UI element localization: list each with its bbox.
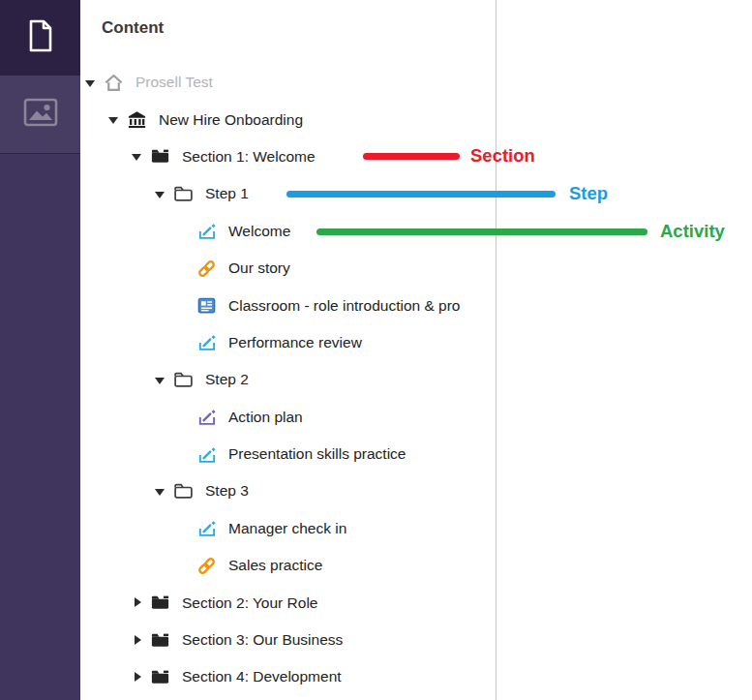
edit-blue-icon [196,332,217,353]
link-icon [196,555,217,576]
item-label: Step 3 [205,482,249,500]
expander-icon[interactable] [132,635,142,646]
item-label: Step 2 [205,371,249,388]
item-label: Our story [228,259,290,277]
home-icon [103,72,124,93]
item-label: Section 1: Welcome [182,148,316,166]
edit-blue-icon [196,221,217,242]
classroom-icon [196,295,217,317]
tool-sidebar [0,0,80,700]
item-label: Performance review [228,334,362,351]
item-label: Action plan [228,409,303,426]
item-label: Section 2: Your Role [182,594,317,612]
folder-outline-icon [172,369,194,390]
page-title: Content [102,18,164,38]
item-label: Classroom - role introduction & pro [228,297,461,315]
expander-icon[interactable] [155,189,165,199]
document-icon [26,18,55,57]
expander-icon[interactable] [85,77,96,88]
item-label: Sales practice [228,557,322,574]
item-label: Step 1 [205,185,249,202]
item-label: Section 3: Our Business [182,631,343,649]
folder-filled-icon [149,593,170,614]
annotation-activity-label: Activity [660,221,725,242]
sidebar-button-content[interactable] [0,0,80,76]
expander-icon[interactable] [132,151,142,162]
item-label: Prosell Test [135,74,213,91]
sidebar-button-media[interactable] [0,76,80,154]
edit-purple-icon [196,407,217,428]
item-label: Presentation skills practice [228,445,406,463]
item-label: New Hire Onboarding [159,111,303,129]
edit-blue-icon [196,443,217,465]
link-icon [196,258,217,279]
expander-icon[interactable] [155,375,165,385]
item-label: Section 4: Development [182,668,342,685]
pane-divider[interactable] [496,0,496,700]
bank-icon [126,109,147,131]
folder-filled-icon [149,629,170,651]
item-label: Welcome [228,223,290,240]
image-icon [23,98,58,131]
folder-outline-icon [172,183,194,204]
edit-blue-icon [196,518,217,539]
item-label: Manager check in [228,520,346,537]
expander-icon[interactable] [132,597,142,608]
folder-filled-icon [149,666,170,687]
expander-icon[interactable] [108,114,119,125]
folder-filled-icon [149,146,170,167]
expander-icon[interactable] [155,486,165,497]
annotation-step-label: Step [569,183,608,204]
expander-icon[interactable] [132,672,142,683]
folder-outline-icon [172,480,194,502]
